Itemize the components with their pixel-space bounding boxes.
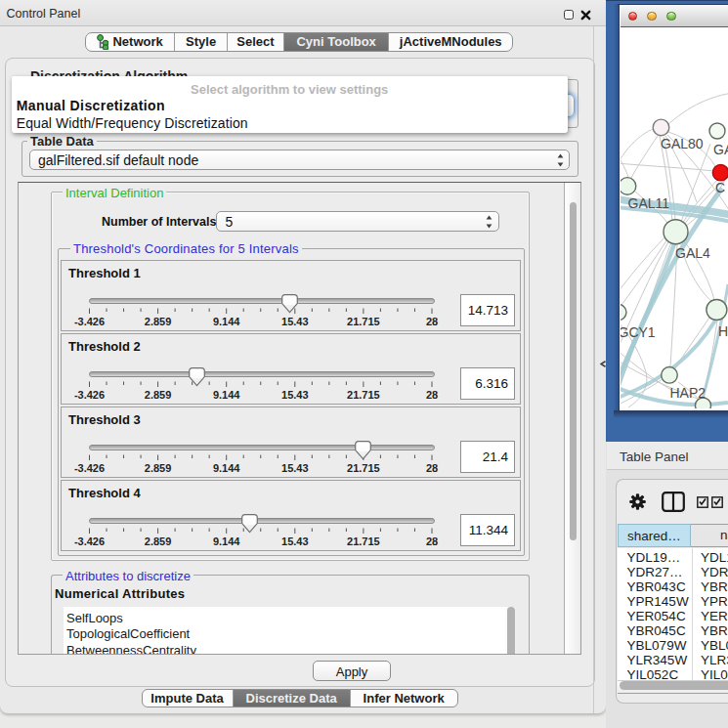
svg-text:GAL80: GAL80 — [661, 136, 704, 151]
svg-text:GAL11: GAL11 — [627, 194, 669, 210]
svg-text:GCY1: GCY1 — [621, 324, 656, 340]
svg-text:HAP2: HAP2 — [669, 385, 706, 401]
svg-text:GA: GA — [713, 141, 728, 156]
svg-text:C: C — [715, 180, 725, 195]
svg-text:GAL4: GAL4 — [675, 245, 710, 261]
svg-text:H: H — [718, 323, 728, 339]
